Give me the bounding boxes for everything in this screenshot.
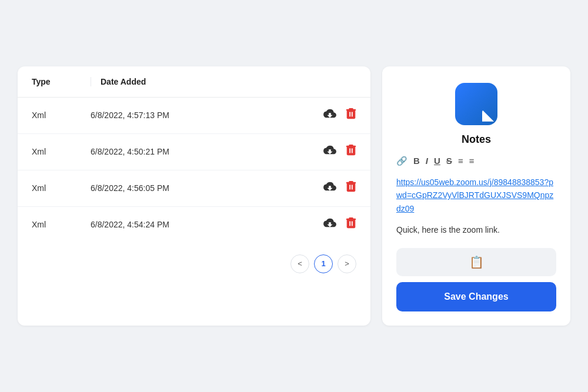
svg-rect-17 <box>352 221 353 226</box>
svg-rect-19 <box>349 217 353 219</box>
svg-rect-10 <box>347 183 356 192</box>
toolbar-link-button[interactable]: 🔗 <box>396 156 407 165</box>
prev-page-button[interactable]: < <box>290 254 309 273</box>
table-body: Xml 6/8/2022, 4:57:13 PM <box>18 98 370 243</box>
cell-date: 6/8/2022, 4:50:21 PM <box>91 147 323 156</box>
cell-date: 6/8/2022, 4:56:05 PM <box>91 183 323 193</box>
cell-type: Xml <box>32 110 91 120</box>
svg-rect-5 <box>347 146 356 155</box>
toolbar-italic-button[interactable]: I <box>426 156 428 165</box>
clipboard-icon: 📋 <box>469 255 484 269</box>
svg-rect-9 <box>349 145 353 146</box>
svg-rect-2 <box>352 112 353 116</box>
download-icon[interactable] <box>323 145 336 159</box>
notes-content: https://us05web.zoom.us/j/89848838853?pw… <box>396 176 556 237</box>
cell-date: 6/8/2022, 4:57:13 PM <box>91 110 323 120</box>
cell-type: Xml <box>32 183 91 193</box>
cell-type: Xml <box>32 220 91 229</box>
download-icon[interactable] <box>323 181 336 196</box>
download-icon[interactable] <box>323 217 336 232</box>
toolbar-bold-button[interactable]: B <box>413 156 420 165</box>
svg-rect-11 <box>349 185 350 189</box>
notes-toolbar: 🔗 B I U S ≡ ≡ <box>396 156 556 167</box>
svg-rect-7 <box>352 148 353 153</box>
cell-type: Xml <box>32 147 91 156</box>
cell-actions <box>323 217 356 232</box>
svg-rect-15 <box>347 219 356 228</box>
notes-text: Quick, here is the zoom link. <box>396 223 556 236</box>
svg-rect-1 <box>349 112 350 116</box>
svg-rect-6 <box>349 148 350 153</box>
delete-icon[interactable] <box>346 181 356 196</box>
toolbar-ordered-list-button[interactable]: ≡ <box>458 156 463 165</box>
delete-icon[interactable] <box>346 145 356 159</box>
cell-date: 6/8/2022, 4:54:24 PM <box>91 220 323 229</box>
table-row: Xml 6/8/2022, 4:54:24 PM <box>18 207 370 243</box>
cell-actions <box>323 181 356 196</box>
svg-rect-14 <box>349 181 353 183</box>
table-row: Xml 6/8/2022, 4:50:21 PM <box>18 134 370 170</box>
column-header-date: Date Added <box>91 77 356 86</box>
notes-icon-wrapper <box>455 83 497 125</box>
save-changes-button[interactable]: Save Changes <box>396 282 556 311</box>
svg-rect-4 <box>349 108 353 110</box>
delete-icon[interactable] <box>346 217 356 232</box>
toolbar-underline-button[interactable]: U <box>434 156 440 165</box>
svg-rect-16 <box>349 221 350 226</box>
cell-actions <box>323 145 356 159</box>
clipboard-button[interactable]: 📋 <box>396 248 556 276</box>
cell-actions <box>323 108 356 123</box>
delete-icon[interactable] <box>346 108 356 123</box>
notes-actions: 📋 Save Changes <box>396 248 556 311</box>
table-header: Type Date Added <box>18 66 370 98</box>
current-page-button[interactable]: 1 <box>314 254 333 273</box>
download-icon[interactable] <box>323 108 336 123</box>
notes-panel: Notes 🔗 B I U S ≡ ≡ https://us05web.zoom… <box>382 66 570 326</box>
svg-rect-0 <box>347 110 356 119</box>
next-page-button[interactable]: > <box>338 254 356 273</box>
svg-rect-12 <box>352 185 353 189</box>
table-row: Xml 6/8/2022, 4:57:13 PM <box>18 98 370 134</box>
notes-app-icon <box>455 83 497 125</box>
column-header-type: Type <box>32 77 91 86</box>
table-panel: Type Date Added Xml 6/8/2022, 4:57:13 PM <box>18 66 370 326</box>
notes-title: Notes <box>462 133 491 146</box>
notes-link[interactable]: https://us05web.zoom.us/j/89848838853?pw… <box>396 176 556 215</box>
pagination: < 1 > <box>18 243 370 285</box>
toolbar-unordered-list-button[interactable]: ≡ <box>469 156 475 165</box>
table-row: Xml 6/8/2022, 4:56:05 PM <box>18 170 370 207</box>
toolbar-strikethrough-button[interactable]: S <box>446 156 452 165</box>
notes-icon-fold <box>482 110 494 122</box>
